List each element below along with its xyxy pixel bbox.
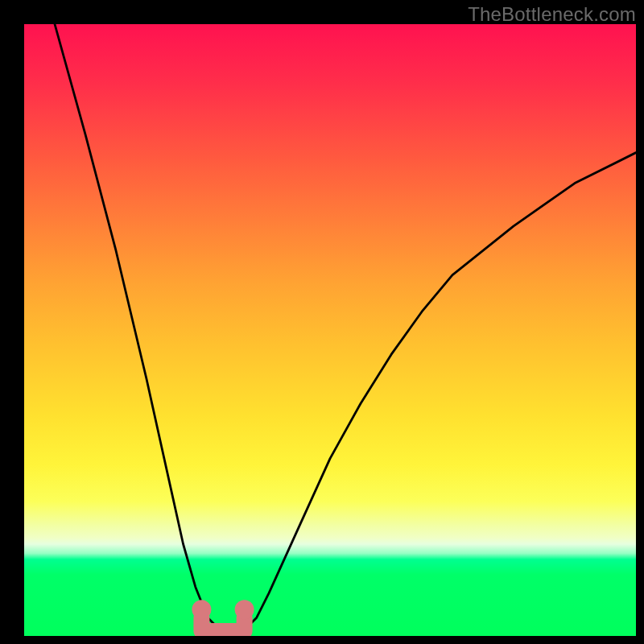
valley-highlight xyxy=(201,617,244,631)
watermark-label: TheBottleneck.com xyxy=(468,3,636,26)
chart-frame: TheBottleneck.com xyxy=(0,0,644,644)
left-bound-marker-icon xyxy=(192,600,211,619)
plot-area xyxy=(24,24,636,636)
right-bound-marker-icon xyxy=(235,600,254,619)
bottleneck-curve xyxy=(55,24,636,636)
curve-layer xyxy=(24,24,636,636)
